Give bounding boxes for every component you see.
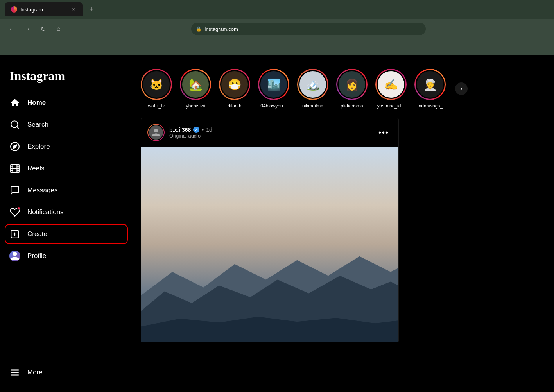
story-avatar-ring: 🏡 (180, 69, 211, 100)
post-header: b.x.il368 ✓ • 1d Original audio ••• (141, 118, 398, 147)
notifications-label: Notifications (27, 208, 64, 216)
story-username: nikmailma (302, 103, 323, 109)
post-user-avatar[interactable] (147, 124, 165, 141)
lock-icon: 🔒 (196, 26, 202, 32)
post-more-button[interactable]: ••• (375, 127, 392, 139)
sidebar-item-create[interactable]: Create (5, 224, 128, 244)
sidebar-item-notifications[interactable]: Notifications (5, 202, 128, 222)
explore-icon (9, 141, 20, 152)
sidebar: Instagram Home Search (0, 55, 133, 392)
stories-next-button[interactable]: › (455, 82, 468, 95)
story-avatar-ring: 🐱 (141, 69, 172, 100)
new-tab-button[interactable]: + (86, 4, 97, 15)
story-item[interactable]: 🏡 yhenisiwi (180, 69, 211, 109)
story-avatar-ring: 😷 (219, 69, 250, 100)
story-avatar-ring: 🏔️ (297, 69, 328, 100)
sidebar-item-messages[interactable]: Messages (5, 180, 128, 200)
post-username-row: b.x.il368 ✓ • 1d (169, 127, 371, 133)
svg-marker-3 (13, 145, 16, 148)
mountain-illustration (141, 225, 398, 342)
home-button[interactable]: ⌂ (53, 23, 64, 34)
app-container: Instagram Home Search (0, 55, 554, 392)
story-item[interactable]: 🐱 waffii_fz (141, 69, 172, 109)
create-label: Create (27, 230, 47, 238)
story-avatar-image: 👳 (416, 70, 445, 99)
more-label: More (27, 369, 43, 376)
post-image (141, 147, 398, 342)
story-avatar-image: ✍️ (377, 70, 405, 99)
messages-icon (9, 185, 20, 196)
browser-nav-bar: ← → ↻ ⌂ 🔒 instagram.com (0, 19, 554, 39)
story-username: waffii_fz (148, 103, 165, 109)
more-icon (9, 367, 20, 378)
sidebar-spacer (5, 268, 128, 362)
story-avatar-ring: 👳 (414, 69, 446, 100)
address-bar[interactable]: 🔒 instagram.com (191, 23, 426, 35)
sidebar-item-explore[interactable]: Explore (5, 136, 128, 157)
explore-label: Explore (27, 143, 50, 150)
story-username: plidiarisma (341, 103, 363, 109)
sidebar-item-profile[interactable]: Profile (5, 246, 128, 266)
story-item[interactable]: 👩 plidiarisma (336, 69, 368, 109)
svg-line-1 (17, 127, 19, 129)
stories-container: 🐱 waffii_fz 🏡 yhenisiwi 😷 dilaoth (133, 63, 554, 118)
home-label: Home (27, 99, 46, 107)
tab-close-button[interactable]: × (70, 6, 77, 13)
refresh-button[interactable]: ↻ (38, 23, 48, 34)
story-avatar-ring: ✍️ (375, 69, 407, 100)
story-item[interactable]: 👳 indahwngs_ (414, 69, 446, 109)
post-image-content (141, 147, 398, 342)
story-username: yasmine_id... (377, 103, 405, 109)
browser-title-bar: Instagram × + (0, 0, 554, 19)
story-avatar-ring: 🏙️ (258, 69, 289, 100)
story-avatar-image: 🐱 (142, 70, 171, 99)
story-avatar-image: 🏙️ (259, 70, 288, 99)
post-username[interactable]: b.x.il368 (169, 127, 191, 133)
profile-label: Profile (27, 252, 46, 260)
story-item[interactable]: 😷 dilaoth (219, 69, 250, 109)
tab-title: Instagram (20, 7, 43, 13)
sidebar-item-search[interactable]: Search (5, 115, 128, 135)
sidebar-item-home[interactable]: Home (5, 93, 128, 113)
svg-point-0 (11, 121, 18, 127)
story-item[interactable]: ✍️ yasmine_id... (375, 69, 407, 109)
reels-icon (9, 163, 20, 174)
notifications-icon-wrapper (9, 207, 20, 218)
post-container: b.x.il368 ✓ • 1d Original audio ••• (141, 118, 399, 342)
reels-label: Reels (27, 165, 44, 172)
main-feed: 🐱 waffii_fz 🏡 yhenisiwi 😷 dilaoth (133, 55, 554, 392)
messages-label: Messages (27, 186, 57, 194)
url-text: instagram.com (205, 26, 238, 32)
post-avatar-image (148, 125, 164, 140)
create-icon (9, 229, 20, 240)
browser-tab[interactable]: Instagram × (5, 2, 83, 16)
story-avatar-ring: 👩 (336, 69, 368, 100)
story-username: dilaoth (228, 103, 241, 109)
story-avatar-image: 😷 (220, 70, 249, 99)
story-username: indahwngs_ (418, 103, 443, 109)
notification-dot (17, 207, 20, 210)
sidebar-item-more[interactable]: More (5, 362, 128, 383)
profile-avatar-icon (9, 251, 20, 261)
search-icon (9, 119, 20, 130)
home-icon (9, 97, 20, 108)
post-time: 1d (206, 127, 212, 133)
forward-button[interactable]: → (22, 23, 33, 34)
story-item[interactable]: 🏙️ 04blowyou... (258, 69, 289, 109)
post-time-separator: • (202, 127, 204, 133)
search-label: Search (27, 121, 48, 129)
back-button[interactable]: ← (6, 23, 17, 34)
story-avatar-image: 👩 (337, 70, 366, 99)
story-item[interactable]: 🏔️ nikmailma (297, 69, 328, 109)
instagram-logo: Instagram (5, 63, 128, 93)
story-username: 04blowyou... (260, 103, 287, 109)
post-subtitle: Original audio (169, 133, 371, 139)
verified-badge: ✓ (193, 127, 199, 133)
story-username: yhenisiwi (186, 103, 205, 109)
sidebar-item-reels[interactable]: Reels (5, 158, 128, 179)
story-avatar-image: 🏔️ (298, 70, 327, 99)
instagram-favicon (11, 6, 17, 13)
browser-chrome: Instagram × + ← → ↻ ⌂ 🔒 instagram.com (0, 0, 554, 55)
post-user-info: b.x.il368 ✓ • 1d Original audio (169, 127, 371, 139)
story-avatar-image: 🏡 (181, 70, 210, 99)
